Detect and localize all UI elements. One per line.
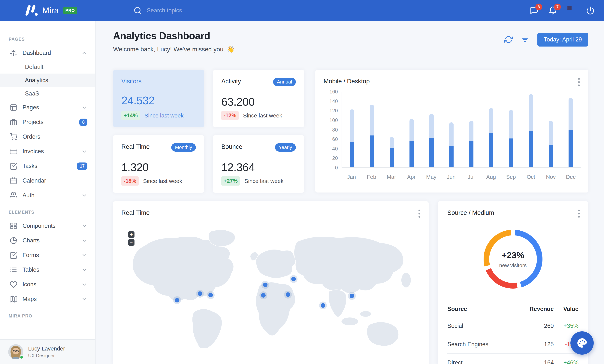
- sidebar-item-invoices[interactable]: Invoices: [0, 144, 95, 159]
- stat-title: Visitors: [121, 78, 142, 85]
- bar-dec[interactable]: [568, 98, 573, 167]
- search-input[interactable]: [147, 7, 244, 14]
- sidebar-item-tables[interactable]: Tables: [0, 263, 95, 277]
- messages-button[interactable]: 3: [530, 6, 538, 15]
- map-zoom-in-button[interactable]: +: [128, 231, 135, 238]
- today-date-button[interactable]: Today: April 29: [537, 33, 588, 47]
- stat-delta-badge: +14%: [121, 111, 140, 120]
- bar-apr[interactable]: [409, 119, 414, 167]
- x-tick-label: Jun: [441, 174, 461, 180]
- sidebar-item-projects[interactable]: Projects8: [0, 115, 95, 129]
- x-tick-label: Aug: [481, 174, 501, 180]
- map-visitor-marker[interactable]: [286, 292, 290, 297]
- chevron-down-icon: [81, 223, 88, 229]
- stat-period-pill[interactable]: Annual: [273, 78, 296, 86]
- language-button[interactable]: [567, 6, 576, 15]
- bar-mar[interactable]: [390, 137, 394, 167]
- bar-aug[interactable]: [489, 108, 493, 167]
- bar-jun[interactable]: [449, 122, 453, 167]
- map-visitor-marker[interactable]: [263, 283, 267, 287]
- filter-button[interactable]: [521, 36, 529, 44]
- sidebar-item-pages[interactable]: Pages: [0, 100, 95, 115]
- refresh-button[interactable]: [504, 36, 513, 44]
- brand-name: Mira: [42, 6, 59, 15]
- world-map[interactable]: [113, 219, 429, 364]
- sidebar-subitem-saas[interactable]: SaaS: [0, 87, 95, 100]
- main-content: Analytics Dashboard Welcome back, Lucy! …: [96, 21, 604, 364]
- map-visitor-marker[interactable]: [198, 291, 202, 296]
- sidebar-user-footer[interactable]: Lucy Lavender UX Designer: [0, 339, 95, 364]
- stat-title: Real-Time: [121, 143, 150, 150]
- cell-source: Direct: [447, 353, 514, 364]
- source-medium-card: Source / Medium +23% new visitors Source…: [438, 201, 588, 364]
- map-visitor-marker[interactable]: [208, 293, 213, 297]
- stat-period-pill[interactable]: Yearly: [275, 143, 296, 151]
- bar-jan[interactable]: [350, 109, 354, 167]
- sidebar-item-dashboard[interactable]: Dashboard: [0, 46, 95, 60]
- map-zoom-out-button[interactable]: –: [128, 239, 135, 246]
- sidebar-item-charts[interactable]: Charts: [0, 233, 95, 248]
- sidebar-subitem-default[interactable]: Default: [0, 60, 95, 74]
- grid-icon: [10, 222, 17, 230]
- map-visitor-marker[interactable]: [175, 298, 179, 302]
- table-row: Search Engines 125 -12%: [447, 335, 579, 353]
- bar-oct[interactable]: [529, 94, 533, 167]
- heart-icon: [10, 281, 17, 288]
- stat-note: Since last week: [144, 113, 183, 119]
- sidebar-subitem-analytics[interactable]: Analytics: [0, 74, 95, 87]
- bar-jul[interactable]: [469, 121, 473, 167]
- sign-out-button[interactable]: [586, 6, 595, 15]
- sidebar-section-label: ELEMENTS: [9, 210, 95, 215]
- table-row: Direct 164 +46%: [447, 353, 579, 364]
- messages-count-badge: 3: [535, 4, 542, 10]
- map-visitor-marker[interactable]: [321, 303, 325, 308]
- briefcase-icon: [10, 118, 17, 126]
- donut-center-sublabel: new visitors: [499, 263, 527, 268]
- palette-icon: [577, 337, 588, 349]
- y-tick-label: 160: [329, 89, 338, 95]
- source-card-menu-button[interactable]: [578, 210, 580, 218]
- stat-note: Since last week: [143, 178, 182, 184]
- stat-card-activity: Activity Annual 63.200 -12% Since last w…: [213, 70, 304, 127]
- brand[interactable]: Mira PRO: [0, 5, 77, 16]
- chart-card-menu-button[interactable]: [578, 78, 580, 86]
- header-actions: Today: April 29: [504, 33, 588, 47]
- stat-card-real-time: Real-Time Monthly 1.320 -18% Since last …: [113, 135, 204, 193]
- notifications-button[interactable]: 7: [548, 6, 557, 15]
- stat-delta-badge: -12%: [221, 111, 239, 120]
- bottom-row: Real-Time: [113, 201, 588, 364]
- map-card-menu-button[interactable]: [418, 210, 420, 218]
- x-tick-label: Oct: [521, 174, 541, 180]
- sidebar-item-icons[interactable]: Icons: [0, 277, 95, 292]
- cell-revenue: 125: [514, 335, 554, 353]
- avatar: [8, 344, 23, 359]
- bar-nov[interactable]: [549, 121, 553, 167]
- bar-feb[interactable]: [370, 105, 374, 167]
- bar-sep[interactable]: [509, 110, 513, 167]
- notifications-count-badge: 7: [554, 4, 561, 10]
- sidebar-item-auth[interactable]: Auth: [0, 188, 95, 203]
- map-visitor-marker[interactable]: [350, 294, 354, 298]
- stat-period-pill[interactable]: Monthly: [171, 143, 196, 151]
- sidebar-item-tasks[interactable]: Tasks17: [0, 159, 95, 173]
- stat-title: Bounce: [221, 143, 242, 150]
- sidebar-count-badge: 17: [77, 163, 88, 170]
- stat-delta-badge: -18%: [121, 176, 138, 186]
- sidebar-item-orders[interactable]: Orders: [0, 129, 95, 144]
- theme-palette-fab-button[interactable]: [570, 331, 594, 355]
- table-header-source: Source: [447, 303, 514, 317]
- bar-may[interactable]: [429, 114, 434, 167]
- stat-value: 63.200: [221, 96, 296, 108]
- map-visitor-marker[interactable]: [261, 293, 266, 298]
- x-tick-label: Jan: [341, 174, 362, 180]
- online-status-dot: [20, 355, 24, 359]
- sidebar-item-forms[interactable]: Forms: [0, 248, 95, 263]
- sidebar-item-components[interactable]: Components: [0, 219, 95, 233]
- source-medium-table: SourceRevenueValue Social 260 +35%Search…: [447, 303, 579, 364]
- x-tick-label: Jul: [461, 174, 481, 180]
- map-visitor-marker[interactable]: [291, 277, 296, 281]
- list-icon: [10, 266, 17, 274]
- mira-logo-icon: [25, 5, 38, 16]
- sidebar-item-maps[interactable]: Maps: [0, 292, 95, 306]
- sidebar-item-calendar[interactable]: Calendar: [0, 173, 95, 188]
